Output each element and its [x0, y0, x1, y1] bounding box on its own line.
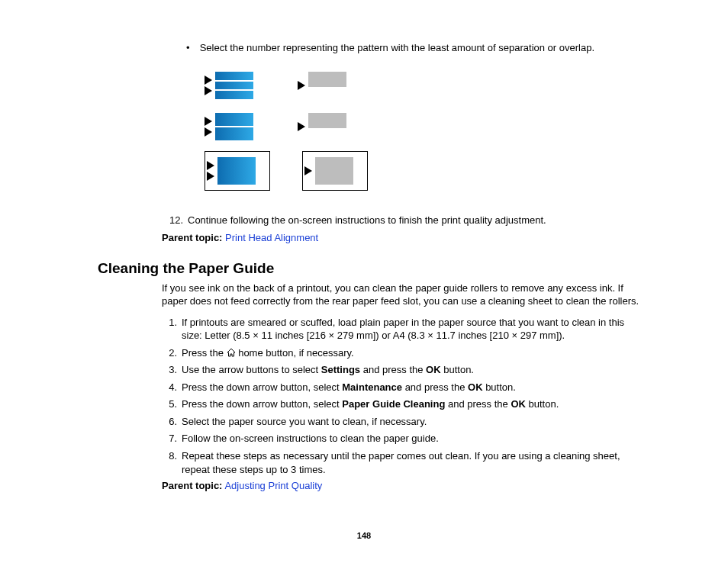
step-6: 6. Select the paper source you want to c…	[162, 415, 640, 429]
alignment-pattern-illustration	[205, 69, 640, 191]
bold-term: OK	[468, 381, 483, 393]
steps-list: 1. If printouts are smeared or scuffed, …	[98, 316, 640, 476]
text-fragment: Press the down arrow button, select	[182, 398, 342, 410]
step-text: Press the home button, if necessary.	[182, 346, 640, 360]
text-fragment: and press the	[360, 364, 426, 375]
bold-term: Paper Guide Cleaning	[342, 398, 445, 410]
step-text: If printouts are smeared or scuffed, loa…	[182, 316, 640, 343]
pattern-blue-separated	[205, 69, 266, 102]
step-text: Continue following the on-screen instruc…	[188, 214, 640, 227]
swatch	[308, 72, 346, 99]
text-fragment: Press the down arrow button, select	[182, 381, 342, 393]
step-number: 5.	[162, 397, 182, 411]
step-1: 1. If printouts are smeared or scuffed, …	[162, 316, 640, 343]
bullet-dot-icon: •	[186, 42, 197, 53]
step-number: 8.	[162, 449, 182, 476]
pattern-blue-overlap	[205, 110, 266, 143]
triangle-right-icon	[205, 76, 212, 85]
step-number: 2.	[162, 346, 182, 360]
bold-term: OK	[511, 398, 526, 410]
step-number: 7.	[162, 432, 182, 446]
triangle-right-icon	[205, 86, 212, 95]
text-fragment: and press the	[402, 381, 468, 393]
section-heading: Cleaning the Paper Guide	[98, 260, 640, 277]
step-text: Repeat these steps as necessary until th…	[182, 449, 640, 476]
text-fragment: and press the	[445, 398, 511, 410]
text-fragment: button.	[526, 398, 559, 410]
triangle-right-icon	[207, 161, 214, 170]
step-number: 3.	[162, 363, 182, 377]
pattern-grey-correct	[302, 151, 368, 191]
step-text: Press the down arrow button, select Main…	[182, 381, 640, 394]
step-number: 12.	[162, 214, 188, 227]
pattern-grey-separated	[298, 69, 359, 102]
triangle-right-icon	[205, 127, 212, 137]
text-fragment: Use the arrow buttons to select	[182, 364, 321, 375]
triangle-right-icon	[298, 81, 305, 90]
sub-bullet-text: Select the number representing the patte…	[200, 42, 594, 53]
bold-term: OK	[426, 364, 441, 375]
swatch	[215, 72, 253, 99]
step-8: 8. Repeat these steps as necessary until…	[162, 449, 640, 476]
step-12: 12. Continue following the on-screen ins…	[162, 214, 640, 227]
page-number: 148	[0, 531, 728, 540]
step-3: 3. Use the arrow buttons to select Setti…	[162, 363, 640, 377]
triangle-right-icon	[207, 172, 214, 181]
step-7: 7. Follow the on-screen instructions to …	[162, 432, 640, 446]
home-icon	[227, 348, 236, 357]
triangle-right-icon	[304, 166, 312, 175]
swatch	[217, 157, 256, 185]
bold-term: Settings	[321, 364, 360, 375]
swatch	[315, 157, 353, 185]
parent-topic-line: Parent topic: Adjusting Print Quality	[162, 480, 640, 491]
step-text: Select the paper source you want to clea…	[182, 415, 640, 429]
parent-topic-link[interactable]: Adjusting Print Quality	[224, 480, 322, 491]
pattern-grey-overlap	[298, 110, 359, 143]
parent-topic-link[interactable]: Print Head Alignment	[225, 232, 318, 243]
step-2: 2. Press the home button, if necessary.	[162, 346, 640, 360]
text-fragment: button.	[483, 381, 516, 393]
step-number: 4.	[162, 381, 182, 394]
step-number: 1.	[162, 316, 182, 343]
triangle-right-icon	[205, 117, 212, 126]
step-text: Use the arrow buttons to select Settings…	[182, 363, 640, 377]
manual-page: • Select the number representing the pat…	[0, 0, 728, 563]
parent-topic-label: Parent topic:	[162, 480, 222, 491]
triangle-right-icon	[298, 122, 305, 131]
sub-bullet: • Select the number representing the pat…	[186, 42, 640, 53]
swatch	[215, 113, 253, 140]
step-number: 6.	[162, 415, 182, 429]
step-5: 5. Press the down arrow button, select P…	[162, 397, 640, 411]
pattern-blue-correct	[205, 151, 270, 191]
swatch	[308, 113, 346, 140]
text-fragment: home button, if necessary.	[238, 347, 354, 359]
text-fragment: button.	[441, 364, 474, 375]
parent-topic-line: Parent topic: Print Head Alignment	[162, 232, 640, 243]
step-text: Follow the on-screen instructions to cle…	[182, 432, 640, 446]
section-intro: If you see ink on the back of a printout…	[162, 282, 640, 308]
bold-term: Maintenance	[342, 381, 402, 393]
step-text: Press the down arrow button, select Pape…	[182, 397, 640, 411]
text-fragment: Press the	[182, 347, 227, 359]
parent-topic-label: Parent topic:	[162, 232, 222, 243]
step-4: 4. Press the down arrow button, select M…	[162, 381, 640, 394]
